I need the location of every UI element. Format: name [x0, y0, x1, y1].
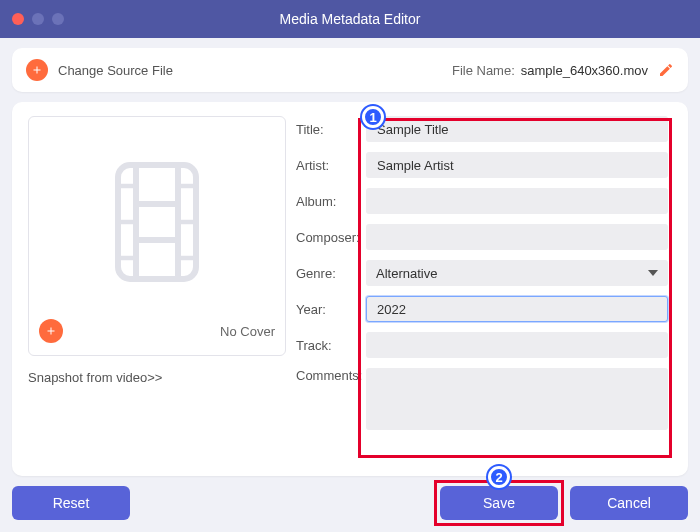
- reset-button[interactable]: Reset: [12, 486, 130, 520]
- cover-preview: [39, 127, 275, 317]
- callout-marker-2: 2: [488, 466, 510, 488]
- file-name-value: sample_640x360.mov: [521, 63, 648, 78]
- snapshot-link[interactable]: Snapshot from video>>: [28, 370, 286, 385]
- genre-label: Genre:: [296, 266, 366, 281]
- title-field[interactable]: [366, 116, 668, 142]
- no-cover-label: No Cover: [220, 324, 275, 339]
- artist-field[interactable]: [366, 152, 668, 178]
- album-field[interactable]: [366, 188, 668, 214]
- callout-marker-1: 1: [362, 106, 384, 128]
- cancel-button[interactable]: Cancel: [570, 486, 688, 520]
- window-controls: [12, 13, 64, 25]
- artist-label: Artist:: [296, 158, 366, 173]
- maximize-icon: [52, 13, 64, 25]
- composer-label: Composer:: [296, 230, 366, 245]
- header-bar: Change Source File File Name: sample_640…: [12, 48, 688, 92]
- track-field[interactable]: [366, 332, 668, 358]
- title-bar: Media Metadata Editor: [0, 0, 700, 38]
- add-cover-button[interactable]: [39, 319, 63, 343]
- track-label: Track:: [296, 338, 366, 353]
- save-button[interactable]: Save: [440, 486, 558, 520]
- comments-field[interactable]: [366, 368, 668, 430]
- window-title: Media Metadata Editor: [0, 11, 700, 27]
- comments-label: Comments:: [296, 368, 366, 383]
- year-field[interactable]: [366, 296, 668, 322]
- close-icon[interactable]: [12, 13, 24, 25]
- year-label: Year:: [296, 302, 366, 317]
- chevron-down-icon: [648, 270, 658, 276]
- edit-filename-icon[interactable]: [658, 62, 674, 78]
- file-name-label: File Name:: [452, 63, 515, 78]
- composer-field[interactable]: [366, 224, 668, 250]
- genre-value: Alternative: [376, 266, 437, 281]
- genre-select[interactable]: Alternative: [366, 260, 668, 286]
- metadata-form: 1 Title: Artist: Album: Composer:: [296, 116, 672, 430]
- change-source-icon[interactable]: [26, 59, 48, 81]
- title-label: Title:: [296, 122, 366, 137]
- footer-buttons: Reset 2 Save Cancel: [12, 486, 688, 520]
- album-label: Album:: [296, 194, 366, 209]
- film-icon: [107, 162, 207, 282]
- minimize-icon: [32, 13, 44, 25]
- change-source-label[interactable]: Change Source File: [58, 63, 173, 78]
- cover-art-panel: No Cover: [28, 116, 286, 356]
